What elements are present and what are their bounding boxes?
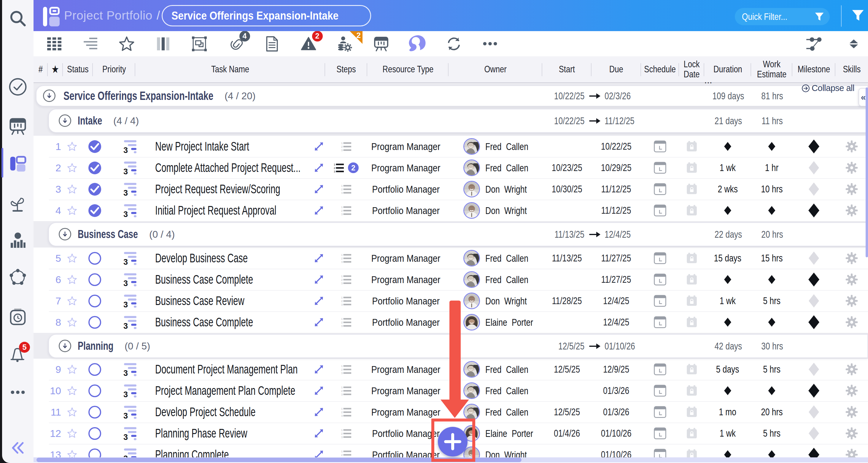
task-priority[interactable]: 3 (108, 363, 143, 376)
task-duration[interactable]: 1 mo (704, 406, 751, 418)
task-steps-button[interactable]: 1 2 3 (329, 184, 363, 194)
task-priority[interactable]: 3 (108, 161, 143, 174)
task-duration[interactable] (704, 386, 751, 395)
task-name[interactable]: Complete Attached Project Request... (143, 161, 309, 175)
expand-task-button[interactable] (309, 317, 329, 328)
task-start-date[interactable]: 10/23/25 (542, 162, 591, 173)
toolbar-assistant-button[interactable] (405, 31, 429, 56)
task-schedule-button[interactable] (641, 140, 679, 153)
task-owner[interactable]: Fred Callen (448, 383, 542, 399)
toolbar-grid-button[interactable] (42, 31, 66, 56)
task-skills-button[interactable] (835, 183, 868, 196)
task-name[interactable]: Project Request Review/Scoring (143, 182, 309, 196)
task-name[interactable]: Project Management Plan Complete (143, 384, 309, 398)
task-row[interactable]: 23Complete Attached Project Request... 1… (33, 157, 868, 178)
app-logo-icon[interactable] (43, 7, 60, 26)
sidebar-item-more[interactable] (2, 380, 33, 404)
task-resource-type[interactable]: Program Manager (363, 162, 448, 174)
task-priority[interactable]: 3 (108, 316, 143, 329)
task-milestone[interactable] (793, 363, 835, 376)
task-status-toggle[interactable] (81, 162, 108, 174)
task-owner[interactable]: Fred Callen (448, 250, 542, 266)
task-status-toggle[interactable] (81, 406, 108, 419)
expand-task-button[interactable] (309, 274, 329, 285)
task-start-date[interactable]: 10/30/25 (542, 184, 591, 195)
task-star-button[interactable] (63, 296, 81, 306)
task-milestone[interactable] (793, 427, 835, 440)
task-skills-button[interactable] (835, 363, 868, 376)
task-due-date[interactable]: 11/12/25 (591, 184, 641, 195)
sidebar-item-check-circle[interactable] (2, 75, 33, 99)
column-header-start[interactable]: Start (542, 56, 591, 82)
toolbar-more-button[interactable] (478, 31, 502, 56)
task-duration[interactable] (704, 206, 751, 215)
task-schedule-button[interactable] (641, 204, 679, 217)
task-resource-type[interactable]: Portfolio Manager (363, 205, 448, 217)
task-due-date[interactable]: 01/3/26 (591, 406, 641, 418)
expand-task-button[interactable] (309, 406, 329, 418)
expand-task-button[interactable] (309, 184, 329, 195)
task-name[interactable]: Initial Project Request Approval (143, 203, 309, 218)
task-start-date[interactable]: 12/5/25 (542, 406, 591, 418)
task-milestone[interactable] (793, 161, 835, 174)
task-star-button[interactable] (63, 407, 81, 417)
task-status-toggle[interactable] (81, 385, 108, 397)
task-schedule-button[interactable] (641, 405, 679, 419)
task-priority[interactable]: 3 (108, 273, 143, 286)
task-status-toggle[interactable] (81, 204, 108, 217)
task-duration[interactable]: 1 wk (704, 295, 751, 306)
task-status-toggle[interactable] (81, 252, 108, 265)
sidebar-item-network[interactable] (2, 265, 33, 289)
toolbar-sort-button[interactable] (842, 31, 866, 56)
task-name[interactable]: Planning Phase Review (143, 426, 309, 440)
column-header-status[interactable]: Status (63, 56, 93, 82)
task-star-button[interactable] (63, 386, 81, 396)
collapse-section-button[interactable] (43, 90, 56, 102)
task-start-date[interactable]: 11/13/25 (542, 253, 591, 264)
column-header-due[interactable]: Due (591, 56, 641, 82)
sidebar-item-people-chart[interactable] (2, 229, 33, 253)
sidebar-item-sprout[interactable] (2, 192, 33, 216)
task-schedule-button[interactable] (641, 427, 679, 440)
task-milestone[interactable] (793, 252, 835, 265)
sidebar-item-board[interactable] (2, 114, 33, 138)
task-priority[interactable]: 3 (108, 427, 143, 440)
task-steps-button[interactable]: 1 2 3 (329, 296, 363, 306)
task-name[interactable]: Develop Business Case (143, 251, 309, 265)
sidebar-item-portfolio[interactable] (2, 152, 33, 175)
task-lock-date-button[interactable] (679, 183, 704, 195)
task-skills-button[interactable] (835, 161, 868, 174)
task-name[interactable]: Business Case Complete (143, 315, 309, 329)
task-schedule-button[interactable] (641, 294, 679, 308)
task-name[interactable]: New Project Intake Start (143, 139, 309, 154)
quick-filter-input[interactable]: Quick Filter... (735, 8, 830, 25)
task-due-date[interactable]: 01/3/26 (591, 385, 641, 396)
task-owner[interactable]: Elaine Porter (448, 314, 542, 331)
filter-icon[interactable] (851, 9, 865, 23)
task-priority[interactable]: 3 (108, 140, 143, 153)
task-duration[interactable]: 15 days (704, 253, 751, 264)
task-schedule-button[interactable] (641, 182, 679, 196)
task-star-button[interactable] (63, 184, 81, 194)
task-work-estimate[interactable]: 5 hrs (751, 295, 793, 306)
task-duration[interactable]: 1 wk (704, 162, 751, 173)
toolbar-star-button[interactable] (115, 31, 138, 56)
column-header-owner[interactable]: Owner (448, 56, 542, 82)
task-steps-button[interactable]: 1 2 3 (329, 317, 363, 327)
task-priority[interactable]: 3 (108, 182, 143, 196)
task-star-button[interactable] (63, 428, 81, 438)
breadcrumb-app[interactable]: Project Portfolio (64, 0, 153, 31)
column-header-resource-type[interactable]: Resource Type (367, 56, 448, 82)
task-lock-date-button[interactable] (679, 406, 704, 418)
task-schedule-button[interactable] (641, 251, 679, 265)
task-resource-type[interactable]: Program Manager (363, 274, 448, 286)
sidebar-item-punch-clock[interactable] (2, 305, 33, 328)
task-skills-button[interactable] (835, 316, 868, 329)
toolbar-document-button[interactable] (260, 31, 284, 56)
task-work-estimate[interactable]: 15 hrs (751, 253, 793, 264)
task-due-date[interactable]: 01/10/26 (591, 428, 641, 439)
task-milestone[interactable] (793, 140, 835, 154)
column-header--[interactable]: ★ (48, 56, 63, 82)
task-due-date[interactable]: 10/22/25 (591, 141, 641, 152)
task-steps-button[interactable]: 1 2 3 2 (329, 162, 363, 173)
